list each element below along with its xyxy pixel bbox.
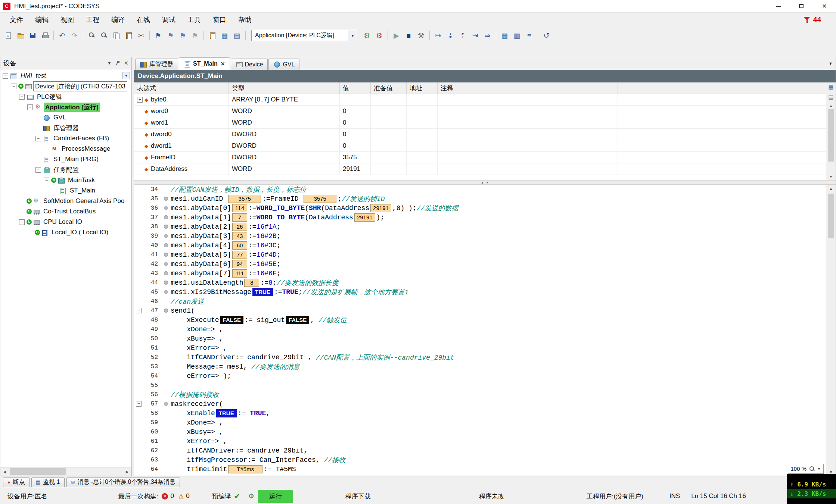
recent-elements-button[interactable]: ▤: [231, 30, 243, 41]
breakpoint-margin[interactable]: [161, 262, 171, 266]
force-values-button[interactable]: ▦: [499, 30, 510, 41]
tree-expander-icon[interactable]: −: [35, 136, 41, 141]
show-next-statement-button[interactable]: ⇒: [482, 30, 493, 41]
menu-item-编辑[interactable]: 编辑: [29, 13, 55, 26]
step-over-button[interactable]: ↦: [432, 30, 444, 41]
magnifier-icon[interactable]: [809, 466, 815, 472]
table-row[interactable]: +◆byte0ARRAY [0..7] OF BYTE: [134, 94, 826, 106]
breakpoint-slot-icon[interactable]: [164, 309, 168, 313]
print-button[interactable]: [39, 30, 51, 41]
editor-vscroll-thumb[interactable]: [828, 194, 834, 238]
breakpoint-margin[interactable]: [161, 281, 171, 285]
tree-expander-icon[interactable]: −: [11, 84, 16, 89]
scroll-left-icon[interactable]: ◀: [0, 467, 9, 476]
menu-item-工具[interactable]: 工具: [181, 13, 207, 26]
breakpoint-slot-icon[interactable]: [164, 290, 168, 294]
scroll-down-icon[interactable]: ▼: [826, 173, 836, 180]
online-config-button[interactable]: ⚒: [415, 30, 427, 41]
tab-list-dropdown-icon[interactable]: ▼: [829, 61, 833, 66]
breakpoint-slot-icon[interactable]: [164, 253, 168, 257]
pin-icon[interactable]: [115, 60, 120, 66]
prepared-value-cell[interactable]: [371, 94, 407, 105]
table-row[interactable]: ◆dword1DWORD0: [134, 140, 826, 152]
tree-item[interactable]: −↻MainTask: [0, 175, 131, 185]
fold-collapse-icon[interactable]: −: [136, 401, 142, 407]
breakpoint-margin[interactable]: [161, 253, 171, 257]
tab-ST_Main[interactable]: ST_Main✕: [179, 57, 230, 70]
tab-库管理器[interactable]: 库管理器: [135, 59, 178, 70]
tree-expander-icon[interactable]: −: [27, 104, 33, 110]
clean-build-button[interactable]: ⚙: [373, 30, 385, 41]
breakpoint-slot-icon[interactable]: [164, 243, 168, 247]
tab-GVL[interactable]: GVL: [268, 59, 299, 70]
tree-item[interactable]: −↻CPU Local IO: [0, 217, 131, 227]
tree-item[interactable]: −Application [运行]: [0, 102, 131, 112]
breakpoint-slot-icon[interactable]: [164, 271, 168, 275]
table-row[interactable]: ◆dword0DWORD0: [134, 129, 826, 140]
bottom-tab-message[interactable]: ✉消息 -总计0个错误,0个警告,34条消息: [66, 478, 180, 487]
prepared-value-cell[interactable]: [371, 152, 407, 163]
save-button[interactable]: [27, 30, 38, 41]
bottom-tab-watch[interactable]: ▦监视 1: [31, 478, 65, 487]
breakpoint-slot-icon[interactable]: [164, 206, 168, 210]
code-editor[interactable]: 34//配置CAN发送，帧ID，数据，长度，标志位35mes1.udiCanID…: [134, 185, 826, 476]
device-tree-hscrollbar[interactable]: ◀ ▶: [0, 467, 131, 476]
table-row[interactable]: ◆word1WORD0: [134, 117, 826, 129]
breakpoint-margin[interactable]: [161, 402, 171, 406]
table-row[interactable]: ◆word0WORD0: [134, 106, 826, 117]
tab-Device[interactable]: Device: [231, 59, 268, 70]
menu-item-文件[interactable]: 文件: [4, 13, 29, 26]
tree-item[interactable]: −HMI_test▼: [0, 71, 131, 81]
prepared-value-cell[interactable]: [371, 106, 407, 117]
breakpoint-margin[interactable]: [161, 234, 171, 238]
device-filter-dropdown-icon[interactable]: ▼: [122, 72, 130, 79]
new-project-button[interactable]: [2, 30, 14, 41]
menu-item-编译[interactable]: 编译: [105, 13, 131, 26]
run-to-cursor-button[interactable]: ⇥: [469, 30, 481, 41]
minimize-button[interactable]: [767, 0, 790, 12]
alert-count[interactable]: 44: [813, 16, 821, 24]
tree-expander-icon[interactable]: −: [19, 219, 25, 225]
previous-bookmark-button[interactable]: ⚑: [177, 30, 189, 41]
add-watch-list-button[interactable]: ▦: [219, 30, 230, 41]
tree-expander-icon[interactable]: −: [44, 178, 49, 183]
tree-item[interactable]: −任务配置: [0, 165, 131, 175]
row-expander-icon[interactable]: +: [137, 97, 143, 103]
table-vscroll-thumb[interactable]: [828, 109, 834, 162]
tree-item[interactable]: ↻SoftMotion General Axis Poo: [0, 196, 131, 206]
watch-view-toggle-icon[interactable]: ▤: [826, 92, 836, 102]
breakpoint-margin[interactable]: [161, 309, 171, 313]
hscroll-thumb[interactable]: [10, 468, 66, 475]
step-out-button[interactable]: ⇡: [457, 30, 469, 41]
breakpoint-slot-icon[interactable]: [164, 402, 168, 406]
prepared-value-cell[interactable]: [371, 140, 407, 151]
breakpoint-margin[interactable]: [161, 243, 171, 247]
start-button[interactable]: ▶: [391, 30, 402, 41]
menu-item-工程[interactable]: 工程: [80, 13, 105, 26]
paste-special-button[interactable]: [206, 30, 218, 41]
chevron-down-icon[interactable]: ▼: [107, 61, 111, 65]
breakpoint-margin[interactable]: [161, 290, 171, 294]
breakpoint-slot-icon[interactable]: [164, 225, 168, 229]
breakpoint-margin[interactable]: [161, 197, 171, 201]
step-into-button[interactable]: ⇣: [445, 30, 456, 41]
next-bookmark-button[interactable]: ⚑: [165, 30, 176, 41]
breakpoint-margin[interactable]: [161, 271, 171, 275]
redo-button[interactable]: ↷: [69, 30, 80, 41]
tree-expander-icon[interactable]: −: [3, 73, 8, 79]
table-row[interactable]: ◆FrameIDDWORD3575: [134, 152, 826, 163]
breakpoint-slot-icon[interactable]: [164, 197, 168, 201]
restore-button[interactable]: [790, 0, 813, 12]
tree-expander-icon[interactable]: −: [35, 167, 41, 173]
breakpoint-slot-icon[interactable]: [164, 215, 168, 219]
tree-expander-icon[interactable]: −: [19, 94, 25, 100]
toggle-bookmark-button[interactable]: ⚑: [152, 30, 164, 41]
close-button[interactable]: ✕: [813, 0, 836, 12]
tree-item[interactable]: ↻Local_IO ( Local IO): [0, 227, 131, 238]
breakpoint-margin[interactable]: [161, 215, 171, 219]
menu-item-调试[interactable]: 调试: [156, 13, 181, 26]
table-row[interactable]: ◆DataAddressWORD29191: [134, 163, 826, 175]
menu-item-在线[interactable]: 在线: [131, 13, 156, 26]
cut-button[interactable]: ✂: [135, 30, 147, 41]
flow-control-button[interactable]: ≡: [523, 30, 535, 41]
